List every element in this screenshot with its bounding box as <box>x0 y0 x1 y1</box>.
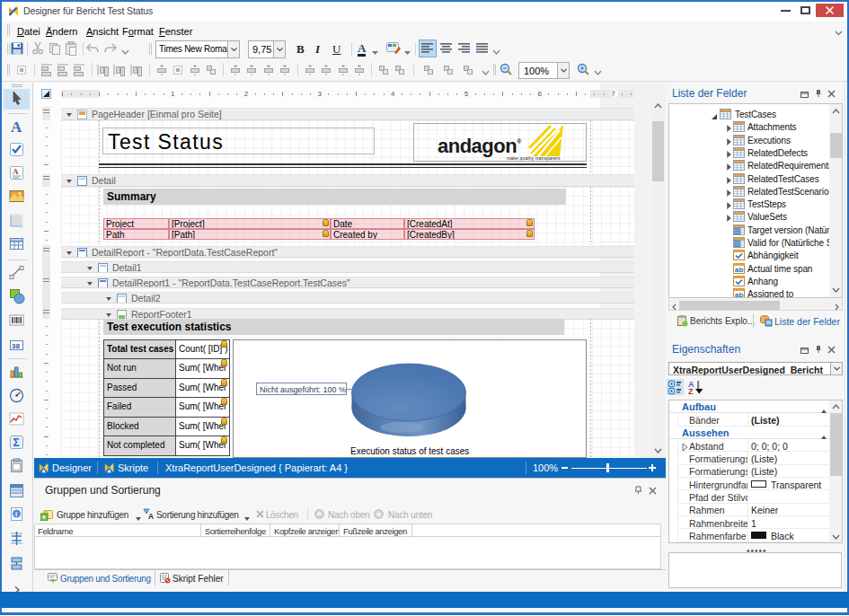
svg-text:ab: ab <box>735 291 743 298</box>
svg-text:38: 38 <box>12 342 20 350</box>
svg-text:i: i <box>15 510 17 518</box>
svg-text:A: A <box>148 512 154 521</box>
svg-text:A: A <box>13 167 19 176</box>
svg-text:A: A <box>11 119 22 134</box>
svg-text:Σ: Σ <box>13 436 20 449</box>
svg-text:Z: Z <box>688 387 694 395</box>
svg-text:ab: ab <box>735 266 743 274</box>
